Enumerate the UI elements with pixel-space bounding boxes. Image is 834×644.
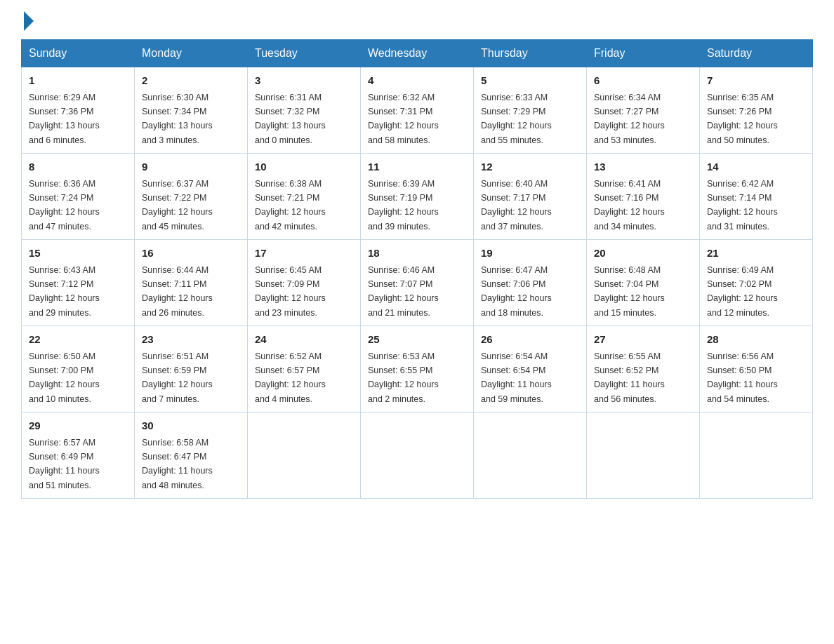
day-detail: Sunrise: 6:29 AMSunset: 7:36 PMDaylight:…: [29, 93, 100, 145]
day-number: 4: [368, 73, 466, 89]
day-cell-16: 16 Sunrise: 6:44 AMSunset: 7:11 PMDaylig…: [135, 240, 248, 326]
day-detail: Sunrise: 6:52 AMSunset: 6:57 PMDaylight:…: [255, 351, 326, 404]
day-detail: Sunrise: 6:51 AMSunset: 6:59 PMDaylight:…: [142, 351, 213, 404]
day-detail: Sunrise: 6:38 AMSunset: 7:21 PMDaylight:…: [255, 179, 326, 232]
day-number: 10: [255, 159, 353, 175]
day-number: 6: [594, 73, 692, 89]
day-detail: Sunrise: 6:54 AMSunset: 6:54 PMDaylight:…: [481, 351, 552, 404]
day-cell-18: 18 Sunrise: 6:46 AMSunset: 7:07 PMDaylig…: [361, 240, 474, 326]
empty-cell: [248, 412, 361, 499]
day-cell-26: 26 Sunrise: 6:54 AMSunset: 6:54 PMDaylig…: [474, 326, 587, 412]
empty-cell: [700, 412, 813, 499]
day-detail: Sunrise: 6:53 AMSunset: 6:55 PMDaylight:…: [368, 351, 439, 404]
page-header: [21, 14, 813, 27]
day-cell-15: 15 Sunrise: 6:43 AMSunset: 7:12 PMDaylig…: [22, 240, 135, 326]
day-number: 13: [594, 159, 692, 175]
day-detail: Sunrise: 6:31 AMSunset: 7:32 PMDaylight:…: [255, 93, 326, 145]
day-number: 15: [29, 246, 127, 262]
day-cell-25: 25 Sunrise: 6:53 AMSunset: 6:55 PMDaylig…: [361, 326, 474, 412]
day-number: 18: [368, 246, 466, 262]
header-row: SundayMondayTuesdayWednesdayThursdayFrid…: [22, 40, 813, 67]
logo-arrow-icon: [24, 11, 34, 31]
day-number: 5: [481, 73, 579, 89]
day-detail: Sunrise: 6:33 AMSunset: 7:29 PMDaylight:…: [481, 93, 552, 145]
day-cell-19: 19 Sunrise: 6:47 AMSunset: 7:06 PMDaylig…: [474, 240, 587, 326]
day-cell-21: 21 Sunrise: 6:49 AMSunset: 7:02 PMDaylig…: [700, 240, 813, 326]
day-cell-2: 2 Sunrise: 6:30 AMSunset: 7:34 PMDayligh…: [135, 67, 248, 154]
day-cell-20: 20 Sunrise: 6:48 AMSunset: 7:04 PMDaylig…: [587, 240, 700, 326]
day-detail: Sunrise: 6:39 AMSunset: 7:19 PMDaylight:…: [368, 179, 439, 232]
day-number: 7: [707, 73, 805, 89]
header-saturday: Saturday: [700, 40, 813, 67]
day-detail: Sunrise: 6:45 AMSunset: 7:09 PMDaylight:…: [255, 265, 326, 318]
day-cell-8: 8 Sunrise: 6:36 AMSunset: 7:24 PMDayligh…: [22, 154, 135, 240]
day-cell-5: 5 Sunrise: 6:33 AMSunset: 7:29 PMDayligh…: [474, 67, 587, 154]
day-cell-30: 30 Sunrise: 6:58 AMSunset: 6:47 PMDaylig…: [135, 412, 248, 499]
day-cell-10: 10 Sunrise: 6:38 AMSunset: 7:21 PMDaylig…: [248, 154, 361, 240]
day-cell-17: 17 Sunrise: 6:45 AMSunset: 7:09 PMDaylig…: [248, 240, 361, 326]
day-number: 30: [142, 418, 240, 434]
day-number: 21: [707, 246, 805, 262]
header-wednesday: Wednesday: [361, 40, 474, 67]
day-detail: Sunrise: 6:34 AMSunset: 7:27 PMDaylight:…: [594, 93, 665, 145]
day-number: 25: [368, 332, 466, 348]
day-cell-7: 7 Sunrise: 6:35 AMSunset: 7:26 PMDayligh…: [700, 67, 813, 154]
day-cell-11: 11 Sunrise: 6:39 AMSunset: 7:19 PMDaylig…: [361, 154, 474, 240]
empty-cell: [474, 412, 587, 499]
day-cell-9: 9 Sunrise: 6:37 AMSunset: 7:22 PMDayligh…: [135, 154, 248, 240]
empty-cell: [587, 412, 700, 499]
day-cell-22: 22 Sunrise: 6:50 AMSunset: 7:00 PMDaylig…: [22, 326, 135, 412]
day-number: 26: [481, 332, 579, 348]
day-number: 3: [255, 73, 353, 89]
day-number: 27: [594, 332, 692, 348]
day-detail: Sunrise: 6:49 AMSunset: 7:02 PMDaylight:…: [707, 265, 778, 318]
day-cell-6: 6 Sunrise: 6:34 AMSunset: 7:27 PMDayligh…: [587, 67, 700, 154]
week-row-0: 1 Sunrise: 6:29 AMSunset: 7:36 PMDayligh…: [22, 67, 813, 154]
day-detail: Sunrise: 6:46 AMSunset: 7:07 PMDaylight:…: [368, 265, 439, 318]
header-tuesday: Tuesday: [248, 40, 361, 67]
day-number: 19: [481, 246, 579, 262]
day-detail: Sunrise: 6:32 AMSunset: 7:31 PMDaylight:…: [368, 93, 439, 145]
week-row-3: 22 Sunrise: 6:50 AMSunset: 7:00 PMDaylig…: [22, 326, 813, 412]
header-friday: Friday: [587, 40, 700, 67]
header-monday: Monday: [135, 40, 248, 67]
day-detail: Sunrise: 6:50 AMSunset: 7:00 PMDaylight:…: [29, 351, 100, 404]
day-number: 29: [29, 418, 127, 434]
day-detail: Sunrise: 6:36 AMSunset: 7:24 PMDaylight:…: [29, 179, 100, 232]
day-cell-24: 24 Sunrise: 6:52 AMSunset: 6:57 PMDaylig…: [248, 326, 361, 412]
day-number: 16: [142, 246, 240, 262]
week-row-2: 15 Sunrise: 6:43 AMSunset: 7:12 PMDaylig…: [22, 240, 813, 326]
day-number: 11: [368, 159, 466, 175]
day-number: 2: [142, 73, 240, 89]
calendar-table: SundayMondayTuesdayWednesdayThursdayFrid…: [21, 39, 813, 499]
day-detail: Sunrise: 6:35 AMSunset: 7:26 PMDaylight:…: [707, 93, 778, 145]
day-cell-4: 4 Sunrise: 6:32 AMSunset: 7:31 PMDayligh…: [361, 67, 474, 154]
logo: [21, 14, 34, 27]
day-number: 8: [29, 159, 127, 175]
day-detail: Sunrise: 6:44 AMSunset: 7:11 PMDaylight:…: [142, 265, 213, 318]
day-number: 1: [29, 73, 127, 89]
day-cell-12: 12 Sunrise: 6:40 AMSunset: 7:17 PMDaylig…: [474, 154, 587, 240]
day-number: 23: [142, 332, 240, 348]
day-detail: Sunrise: 6:40 AMSunset: 7:17 PMDaylight:…: [481, 179, 552, 232]
day-number: 17: [255, 246, 353, 262]
day-number: 9: [142, 159, 240, 175]
day-number: 20: [594, 246, 692, 262]
day-number: 22: [29, 332, 127, 348]
day-cell-23: 23 Sunrise: 6:51 AMSunset: 6:59 PMDaylig…: [135, 326, 248, 412]
day-detail: Sunrise: 6:41 AMSunset: 7:16 PMDaylight:…: [594, 179, 665, 232]
day-number: 14: [707, 159, 805, 175]
day-cell-1: 1 Sunrise: 6:29 AMSunset: 7:36 PMDayligh…: [22, 67, 135, 154]
day-cell-27: 27 Sunrise: 6:55 AMSunset: 6:52 PMDaylig…: [587, 326, 700, 412]
day-number: 24: [255, 332, 353, 348]
day-detail: Sunrise: 6:48 AMSunset: 7:04 PMDaylight:…: [594, 265, 665, 318]
week-row-1: 8 Sunrise: 6:36 AMSunset: 7:24 PMDayligh…: [22, 154, 813, 240]
day-detail: Sunrise: 6:56 AMSunset: 6:50 PMDaylight:…: [707, 351, 778, 404]
day-detail: Sunrise: 6:42 AMSunset: 7:14 PMDaylight:…: [707, 179, 778, 232]
day-detail: Sunrise: 6:47 AMSunset: 7:06 PMDaylight:…: [481, 265, 552, 318]
day-number: 28: [707, 332, 805, 348]
empty-cell: [361, 412, 474, 499]
day-detail: Sunrise: 6:43 AMSunset: 7:12 PMDaylight:…: [29, 265, 100, 318]
day-detail: Sunrise: 6:57 AMSunset: 6:49 PMDaylight:…: [29, 438, 100, 490]
day-detail: Sunrise: 6:37 AMSunset: 7:22 PMDaylight:…: [142, 179, 213, 232]
